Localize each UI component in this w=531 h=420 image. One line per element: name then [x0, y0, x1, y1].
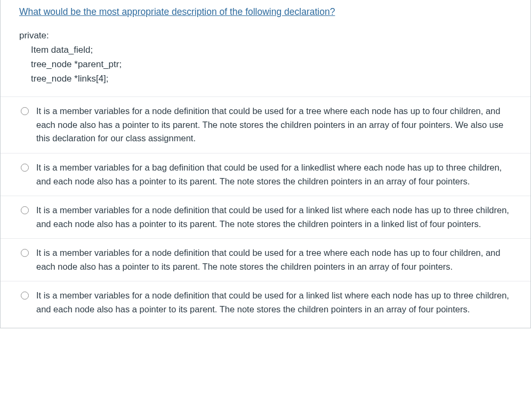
option-text: It is a member variables for a node defi…	[36, 204, 516, 231]
code-line: private:	[19, 28, 512, 43]
code-line: Item data_field;	[31, 43, 512, 57]
radio-button[interactable]	[21, 107, 29, 115]
question-container: What would be the most appropriate descr…	[0, 0, 531, 328]
code-line: tree_node *links[4];	[31, 71, 512, 86]
option-row[interactable]: It is a member variables for a node defi…	[1, 239, 530, 281]
option-row[interactable]: It is a member variables for a node defi…	[1, 97, 530, 154]
option-text: It is a member variables for a node defi…	[36, 104, 516, 146]
radio-button[interactable]	[21, 249, 29, 257]
question-header: What would be the most appropriate descr…	[1, 0, 530, 96]
radio-button[interactable]	[21, 292, 29, 300]
code-line: tree_node *parent_ptr;	[31, 57, 512, 71]
question-title-link[interactable]: What would be the most appropriate descr…	[19, 5, 512, 19]
option-text: It is a member variables for a bag defin…	[36, 161, 516, 188]
code-block: private: Item data_field; tree_node *par…	[19, 28, 512, 86]
option-row[interactable]: It is a member variables for a bag defin…	[1, 154, 530, 196]
options-list: It is a member variables for a node defi…	[1, 96, 530, 328]
radio-button[interactable]	[21, 206, 29, 214]
option-row[interactable]: It is a member variables for a node defi…	[1, 281, 530, 328]
radio-button[interactable]	[21, 164, 29, 172]
option-text: It is a member variables for a node defi…	[36, 246, 516, 273]
option-row[interactable]: It is a member variables for a node defi…	[1, 196, 530, 239]
option-text: It is a member variables for a node defi…	[36, 289, 516, 316]
